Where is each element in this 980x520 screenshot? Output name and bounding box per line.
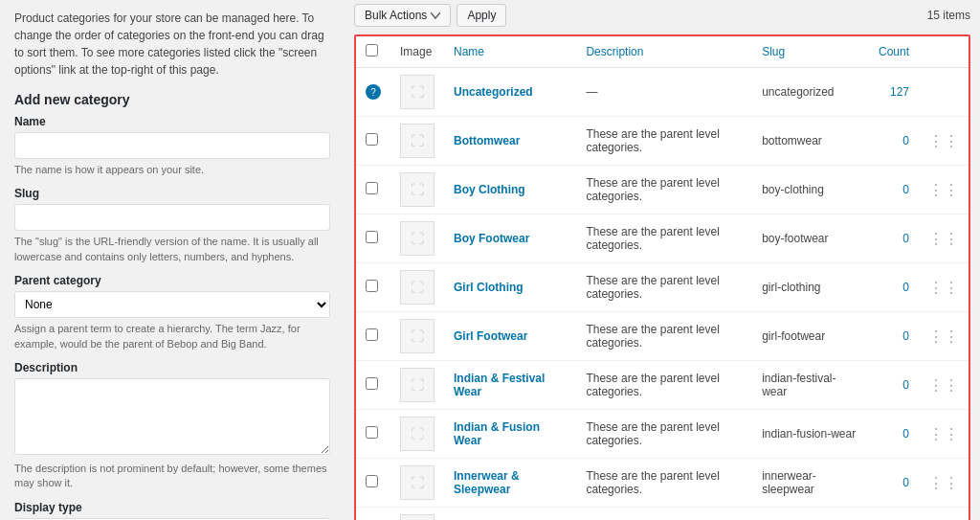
row-desc-cell-1: These are the parent level categories. [576,166,752,215]
header-name-col[interactable]: Name [444,36,576,68]
row-count-cell-8[interactable]: 0 [869,508,919,521]
row-desc-cell-0: These are the parent level categories. [576,117,752,166]
uncategorized-name-link[interactable]: Uncategorized [454,85,533,99]
row-count-cell-5[interactable]: 0 [869,361,919,410]
row-checkbox-cell-8 [356,508,390,521]
drag-handle-icon-2[interactable]: ⋮⋮ [928,231,959,247]
table-row: ⛶ Boy Clothing These are the parent leve… [356,166,969,215]
description-hint: The description is not prominent by defa… [14,462,330,491]
row-name-link-3[interactable]: Girl Clothing [454,281,523,294]
uncategorized-image-placeholder: ⛶ [400,75,434,109]
drag-handle-icon-7[interactable]: ⋮⋮ [928,475,959,491]
drag-handle-icon-0[interactable]: ⋮⋮ [928,133,959,149]
row-checkbox-5[interactable] [366,377,378,390]
row-count-cell-4[interactable]: 0 [869,312,919,361]
slug-label: Slug [14,187,330,200]
row-count-cell-7[interactable]: 0 [869,459,919,508]
row-checkbox-cell-1 [356,166,390,215]
row-handle-cell-4[interactable]: ⋮⋮ [919,312,969,361]
row-checkbox-3[interactable] [366,280,378,292]
row-name-cell-1: Boy Clothing [444,166,576,215]
row-checkbox-0[interactable] [366,133,378,146]
row-handle-cell-8[interactable]: ⋮⋮ [919,508,969,521]
display-label: Display type [14,501,330,514]
header-slug-col[interactable]: Slug [752,36,869,68]
toolbar-left: Bulk Actions Apply [354,4,506,27]
row-handle-cell-0[interactable]: ⋮⋮ [919,117,969,166]
row-name-link-0[interactable]: Bottomwear [454,134,520,147]
row-image-placeholder-7: ⛶ [400,465,434,500]
row-image-cell-6: ⛶ [390,410,444,459]
row-handle-cell-3[interactable]: ⋮⋮ [919,263,969,312]
table-row: ⛶ Indian & Festival Wear These are the p… [356,361,969,410]
row-count-cell-3[interactable]: 0 [869,263,919,312]
table-row: ⛶ Lingerie These are the parent level ca… [356,508,969,521]
row-name-link-6[interactable]: Indian & Fusion Wear [454,420,540,447]
select-all-checkbox[interactable] [366,44,378,57]
row-desc-cell-3: These are the parent level categories. [576,263,752,312]
slug-input[interactable] [14,204,330,231]
row-count-cell-1[interactable]: 0 [869,166,919,215]
row-name-link-7[interactable]: Innerwear & Sleepwear [454,469,520,496]
row-name-cell-5: Indian & Festival Wear [444,361,576,410]
uncategorized-count-cell[interactable]: 127 [869,68,919,117]
image-placeholder-icon: ⛶ [411,377,424,393]
image-placeholder-icon: ⛶ [411,280,424,295]
row-handle-cell-7[interactable]: ⋮⋮ [919,459,969,508]
row-slug-cell-7: innerwear-sleepwear [752,459,869,508]
row-handle-cell-2[interactable]: ⋮⋮ [919,215,969,263]
row-name-link-1[interactable]: Boy Clothing [454,183,525,196]
row-checkbox-6[interactable] [366,426,378,439]
row-checkbox-4[interactable] [366,328,378,341]
row-count-cell-0[interactable]: 0 [869,117,919,166]
row-name-link-2[interactable]: Boy Footwear [454,232,529,245]
row-image-cell-1: ⛶ [390,166,444,215]
row-name-link-4[interactable]: Girl Footwear [454,329,527,343]
bulk-actions-button[interactable]: Bulk Actions [354,4,451,27]
row-name-link-5[interactable]: Indian & Festival Wear [454,372,545,398]
row-checkbox-cell-4 [356,312,390,361]
row-name-cell-6: Indian & Fusion Wear [444,410,576,459]
row-checkbox-2[interactable] [366,231,378,243]
drag-handle-icon-5[interactable]: ⋮⋮ [928,377,959,394]
row-slug-cell-3: girl-clothing [752,263,869,312]
row-handle-cell-6[interactable]: ⋮⋮ [919,410,969,459]
add-category-title: Add new category [14,92,330,107]
description-textarea[interactable] [14,378,330,455]
row-handle-cell-5[interactable]: ⋮⋮ [919,361,969,410]
uncategorized-description-cell: — [576,68,752,117]
row-name-cell-3: Girl Clothing [444,263,576,312]
row-slug-cell-1: boy-clothing [752,166,869,215]
uncategorized-row: ? ⛶ Uncategorized — uncategorized 127 [356,68,969,117]
slug-hint: The "slug" is the URL-friendly version o… [14,235,330,264]
row-handle-cell-1[interactable]: ⋮⋮ [919,166,969,215]
toolbar: Bulk Actions Apply 15 items [354,0,970,27]
parent-select[interactable]: None [14,291,330,318]
image-placeholder-icon: ⛶ [411,475,424,490]
header-description-col[interactable]: Description [576,36,752,68]
table-row: ⛶ Innerwear & Sleepwear These are the pa… [356,459,969,508]
name-input[interactable] [14,132,330,159]
question-icon[interactable]: ? [366,84,381,100]
row-count-cell-6[interactable]: 0 [869,410,919,459]
row-image-placeholder-5: ⛶ [400,368,434,402]
table-header-row: Image Name Description Slug Count [356,36,969,68]
drag-handle-icon-3[interactable]: ⋮⋮ [928,280,959,296]
row-count-cell-2[interactable]: 0 [869,215,919,263]
drag-handle-icon-6[interactable]: ⋮⋮ [928,426,959,442]
name-label: Name [14,115,330,128]
row-image-placeholder-8: ⛶ [400,514,434,520]
header-count-col[interactable]: Count [869,36,919,68]
drag-handle-icon-1[interactable]: ⋮⋮ [928,182,959,198]
row-name-cell-0: Bottomwear [444,117,576,166]
row-checkbox-cell-7 [356,459,390,508]
drag-handle-icon-4[interactable]: ⋮⋮ [928,328,959,345]
row-checkbox-7[interactable] [366,475,378,487]
image-placeholder-icon: ⛶ [411,328,424,344]
row-checkbox-cell-5 [356,361,390,410]
categories-table: Image Name Description Slug Count [356,36,969,520]
chevron-down-icon [431,11,440,20]
row-image-placeholder-1: ⛶ [400,172,434,207]
apply-button[interactable]: Apply [457,4,506,27]
row-checkbox-1[interactable] [366,182,378,194]
